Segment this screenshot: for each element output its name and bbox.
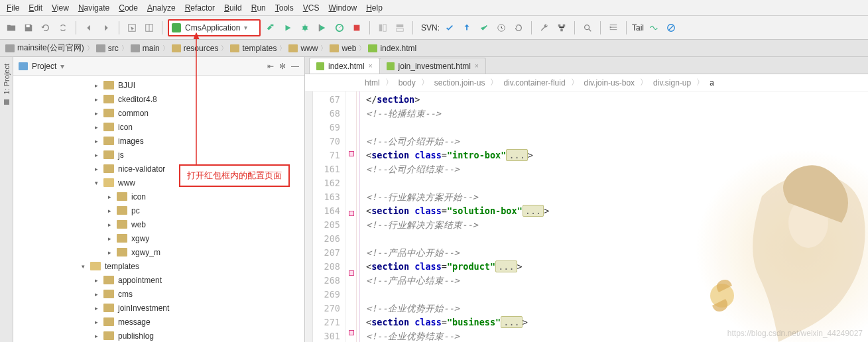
ed-crumb[interactable]: a (710, 78, 714, 87)
tree-node[interactable]: ▸web (13, 217, 304, 231)
code-lines[interactable]: </section><!--轮播结束--> <!--公司介绍开始--><sect… (357, 91, 868, 342)
expand-icon[interactable]: ▸ (106, 221, 113, 228)
layout2-icon[interactable] (393, 21, 407, 35)
svn-update-icon[interactable] (460, 21, 474, 35)
crumb-7[interactable]: index.html (368, 44, 416, 53)
tree-node[interactable]: ▸xgwy_m (13, 245, 304, 259)
menu-file[interactable]: File (7, 3, 19, 13)
crumb-5[interactable]: www (288, 44, 318, 53)
tree-node[interactable]: ▸joinInvestment (13, 301, 304, 315)
menu-run[interactable]: Run (251, 3, 266, 13)
tree-node[interactable]: ▸pc (13, 203, 304, 217)
expand-icon[interactable]: ▸ (93, 277, 99, 284)
indent-icon[interactable] (606, 21, 621, 35)
tree-node[interactable]: ▸images (13, 134, 304, 148)
expand-icon[interactable]: ▸ (93, 110, 99, 117)
expand-icon[interactable]: ▸ (106, 207, 113, 214)
stop-icon[interactable] (349, 21, 364, 35)
menu-help[interactable]: Help (366, 3, 383, 13)
expand-icon[interactable]: ▸ (93, 138, 99, 144)
svn-revert-icon[interactable] (511, 21, 526, 35)
ed-crumb[interactable]: html (365, 78, 380, 87)
svn-commit-icon[interactable] (477, 21, 491, 35)
project-tree[interactable]: ▸BJUI▸ckeditor4.8▸common▸icon▸images▸js▸… (13, 76, 304, 342)
project-dropdown-icon[interactable]: ▾ (60, 62, 64, 71)
ed-crumb[interactable]: div.sign-up (653, 78, 691, 87)
close-tab-icon[interactable]: × (369, 62, 373, 70)
collapse-icon[interactable]: ⇤ (267, 62, 274, 71)
expand-icon[interactable]: ▸ (93, 291, 99, 298)
ed-crumb[interactable]: body (399, 78, 416, 87)
select-icon[interactable] (125, 21, 139, 35)
debug-icon[interactable] (298, 21, 312, 35)
menu-vcs[interactable]: VCS (303, 3, 320, 13)
svn-check-icon[interactable] (442, 21, 457, 35)
menu-window[interactable]: Window (328, 3, 357, 13)
tree-node[interactable]: ▸common (13, 106, 304, 120)
menu-view[interactable]: View (52, 3, 69, 13)
expand-icon[interactable]: ▸ (93, 305, 99, 312)
expand-icon[interactable]: ▾ (93, 180, 99, 186)
ed-crumb[interactable]: div.join-us-box (584, 78, 635, 87)
hide-icon[interactable]: — (291, 62, 299, 71)
crumb-3[interactable]: resources (172, 44, 219, 53)
tree-node[interactable]: ▸icon (13, 120, 304, 134)
refresh-icon[interactable] (38, 21, 53, 35)
editor-tab[interactable]: index.html× (309, 58, 380, 74)
tree-node[interactable]: ▸BJUI (13, 78, 304, 92)
run-configuration-dropdown[interactable]: CmsApplication ▾ (168, 19, 261, 36)
structure-icon[interactable] (554, 21, 569, 35)
expand-icon[interactable]: ▸ (93, 319, 99, 325)
back-icon[interactable] (82, 21, 96, 35)
crumb-6[interactable]: web (330, 44, 356, 53)
menu-code[interactable]: Code (119, 3, 138, 13)
crumb-2[interactable]: main (131, 44, 160, 53)
ed-crumb[interactable]: div.container-fluid (503, 78, 565, 87)
profile-icon[interactable] (332, 21, 347, 35)
expand-icon[interactable]: ▸ (93, 166, 99, 172)
tree-node[interactable]: ▸appointment (13, 273, 304, 287)
menu-edit[interactable]: Edit (29, 3, 42, 13)
crumb-0[interactable]: mainsite(公司官网) (5, 42, 84, 54)
expand-icon[interactable]: ▸ (93, 82, 99, 89)
tree-node[interactable]: ▸cms (13, 287, 304, 301)
sync-icon[interactable] (56, 21, 70, 35)
svn-history-icon[interactable] (494, 21, 509, 35)
tree-node[interactable]: ▸message (13, 315, 304, 329)
expand-icon[interactable]: ▸ (93, 333, 99, 339)
ed-crumb[interactable]: section.join-us (434, 78, 485, 87)
crumb-1[interactable]: src (96, 44, 119, 53)
build-hammer-icon[interactable] (263, 21, 278, 35)
layout-icon[interactable] (142, 21, 156, 35)
tree-node[interactable]: ▸publishlog (13, 329, 304, 342)
close-tab-icon[interactable]: × (475, 62, 479, 70)
menu-refactor[interactable]: Refactor (185, 3, 215, 13)
tree-node[interactable]: ▸ckeditor4.8 (13, 92, 304, 106)
expand-icon[interactable]: ▸ (93, 152, 99, 158)
tail-status-icon[interactable] (647, 21, 661, 35)
run-play-icon[interactable] (280, 21, 295, 35)
expand-icon[interactable]: ▸ (106, 249, 113, 256)
crumb-4[interactable]: templates (230, 44, 277, 53)
tree-node[interactable]: ▸icon (13, 190, 304, 203)
open-icon[interactable] (4, 21, 19, 35)
menu-analyze[interactable]: Analyze (147, 3, 176, 13)
save-icon[interactable] (21, 21, 36, 35)
menu-navigate[interactable]: Navigate (78, 3, 109, 13)
editor-tab[interactable]: join_investment.html× (379, 58, 486, 74)
search-icon[interactable] (580, 21, 595, 35)
forward-icon[interactable] (99, 21, 113, 35)
tree-node[interactable]: ▸js (13, 148, 304, 162)
fold-marks[interactable] (346, 91, 357, 342)
no-entry-icon[interactable] (664, 21, 678, 35)
code-editor[interactable]: 6768697071161162163164205206207208268269… (305, 91, 868, 342)
layout1-icon[interactable] (375, 21, 390, 35)
expand-icon[interactable]: ▸ (106, 235, 113, 242)
expand-icon[interactable]: ▾ (80, 263, 86, 270)
project-tool-label[interactable]: 1: Project (3, 61, 11, 97)
expand-icon[interactable]: ▸ (106, 194, 113, 200)
tree-node[interactable]: ▾templates (13, 259, 304, 273)
menu-tools[interactable]: Tools (275, 3, 294, 13)
expand-icon[interactable]: ▸ (93, 96, 99, 103)
tree-node[interactable]: ▸xgwy (13, 231, 304, 245)
